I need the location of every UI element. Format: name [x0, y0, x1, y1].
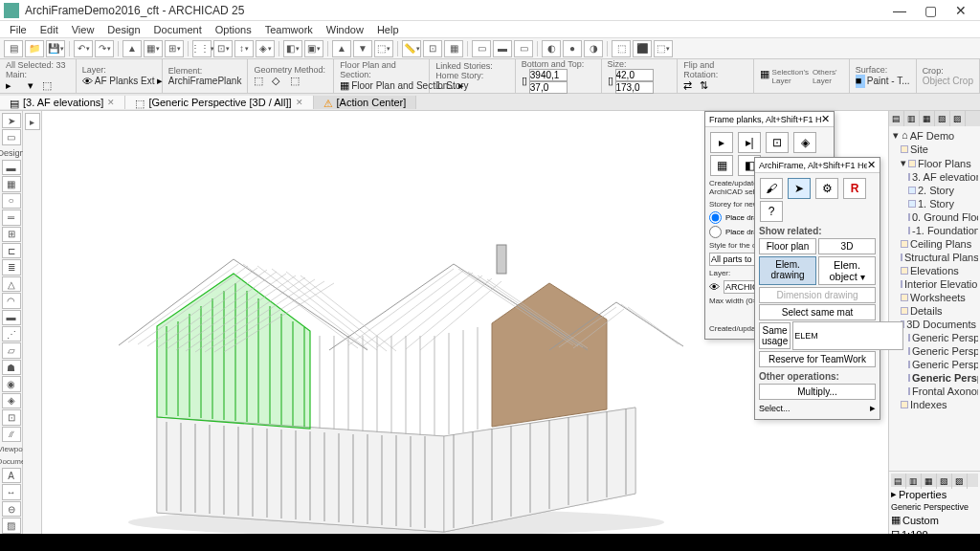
p2-3d-button[interactable]: 3D	[818, 238, 876, 254]
p1-radio-2[interactable]	[709, 226, 722, 238]
action-3[interactable]: ⬚	[374, 40, 393, 57]
surf-icon[interactable]: ■	[856, 75, 865, 88]
layer-value[interactable]: AF Planks Ext	[95, 76, 155, 86]
menu-view[interactable]: View	[66, 23, 100, 36]
tree-item[interactable]: Details	[891, 304, 978, 318]
p2-multiply-button[interactable]: Multiply...	[759, 384, 876, 400]
flip-1[interactable]: ⇄	[683, 79, 699, 93]
new-button[interactable]: ▤	[4, 40, 23, 57]
surface-value[interactable]: Paint - T...	[867, 76, 910, 86]
p2-help-icon[interactable]: ?	[760, 201, 783, 222]
minimize-button[interactable]: —	[884, 1, 915, 20]
prop-tab-5[interactable]: ▨	[952, 474, 968, 489]
tab-perspective[interactable]: ⬚[Generic Perspective [3D / All]]✕	[125, 96, 313, 109]
p2-floorplan-button[interactable]: Floor plan	[759, 238, 816, 254]
object-tool[interactable]: ☗	[2, 360, 21, 375]
arrow-tool[interactable]: ▲	[122, 40, 142, 57]
p1-btn-5[interactable]: ▦	[710, 155, 733, 176]
render-1[interactable]: ◐	[542, 40, 561, 57]
action-2[interactable]: ▼	[353, 40, 372, 57]
prop-tab-3[interactable]: ▦	[922, 474, 937, 489]
tree-item[interactable]: Structural Plans	[891, 251, 978, 264]
size-input-1[interactable]	[615, 69, 654, 81]
palette2-close-icon[interactable]: ✕	[867, 159, 876, 171]
tree-item[interactable]: 3. AF elevations	[891, 170, 978, 184]
mode-1[interactable]: ▭	[472, 40, 491, 57]
tree-root[interactable]: ▾ ⌂AF Demo	[891, 128, 978, 143]
p2-r-icon[interactable]: R	[843, 178, 866, 199]
redo-button[interactable]: ↷	[95, 40, 114, 57]
tree-item[interactable]: Generic Perspective	[891, 371, 978, 385]
door-tool[interactable]: ⊏	[2, 243, 21, 258]
prop-tab-2[interactable]: ▥	[906, 474, 922, 489]
arrow-tool[interactable]: ➤	[2, 113, 21, 128]
zone-tool[interactable]: ▱	[2, 342, 21, 358]
geo-3[interactable]: ⬚	[290, 75, 307, 88]
tree-item[interactable]: Generic Perspective	[891, 344, 978, 358]
tree-item[interactable]: Ceiling Plans	[891, 237, 978, 251]
p1-btn-4[interactable]: ◈	[793, 132, 816, 153]
opening-tool[interactable]: ⊡	[2, 409, 21, 425]
menu-document[interactable]: Document	[148, 23, 208, 36]
nav-tab-1[interactable]: ▤	[889, 111, 904, 126]
tab-action[interactable]: ⚠[Action Center]	[314, 96, 417, 109]
tree-item[interactable]: Indexes	[891, 398, 978, 411]
p2-same-usage-button[interactable]: Same usage	[759, 322, 791, 349]
p2-brush-icon[interactable]: 🖌	[760, 178, 783, 199]
mode-3[interactable]: ▭	[514, 40, 533, 57]
view-3d-3[interactable]: ⬚	[654, 40, 673, 57]
p1-btn-3[interactable]: ⊡	[766, 132, 789, 153]
eye-icon[interactable]: 👁	[709, 281, 720, 293]
render-2[interactable]: ●	[563, 40, 582, 57]
close-button[interactable]: ✕	[946, 1, 976, 20]
size-input-2[interactable]	[615, 81, 654, 94]
stair-tool[interactable]: ≣	[2, 259, 21, 275]
prop-tab-4[interactable]: ▧	[937, 474, 952, 489]
sel-2[interactable]: ▾	[28, 79, 41, 93]
p1-radio-1[interactable]	[709, 211, 722, 224]
p2-elem-object-button[interactable]: Elem. object ▾	[818, 256, 876, 285]
save-button[interactable]: 💾	[46, 40, 65, 57]
tree-item[interactable]: 2. Story	[891, 184, 978, 197]
flip-2[interactable]: ⇅	[700, 79, 715, 93]
tool-x2[interactable]: ▦	[444, 40, 463, 57]
tree-item[interactable]: Site	[891, 143, 978, 156]
menu-options[interactable]: Options	[210, 23, 257, 36]
menu-design[interactable]: Design	[101, 23, 145, 36]
wall-tool[interactable]: ▬	[2, 160, 21, 175]
home-story-value[interactable]: 1. Story	[435, 80, 509, 91]
measure-tool[interactable]: 📏	[402, 40, 421, 57]
tab-close-icon[interactable]: ✕	[296, 98, 303, 107]
morph-tool[interactable]: ◈	[2, 393, 21, 408]
p2-reserve-button[interactable]: Reserve for TeamWork	[759, 351, 876, 367]
window-tool[interactable]: ⊞	[2, 227, 21, 242]
palette-header[interactable]: Frame planks, Alt+Shift+F1 Help ✕	[705, 112, 834, 127]
menu-edit[interactable]: Edit	[34, 23, 64, 36]
p1-btn-2[interactable]: ▸|	[738, 132, 761, 153]
column-tool[interactable]: ○	[2, 193, 21, 209]
grid-tool[interactable]: ⋮⋮	[192, 40, 212, 57]
dim-tool[interactable]: ↔	[2, 484, 21, 499]
mode-2[interactable]: ▬	[493, 40, 512, 57]
undo-button[interactable]: ↶	[74, 40, 93, 57]
view-tool-1[interactable]: ◧	[283, 40, 302, 57]
menu-file[interactable]: File	[4, 23, 33, 36]
snap-tool[interactable]: ⊡	[213, 40, 233, 57]
tool-x1[interactable]: ⊡	[423, 40, 442, 57]
tab-elevations[interactable]: ▤[3. AF elevations]✕	[0, 96, 125, 109]
tool-drop-2[interactable]: ⊞	[165, 40, 184, 57]
tab-close-icon[interactable]: ✕	[107, 98, 115, 107]
tree-item[interactable]: Generic Perspective	[891, 358, 978, 371]
roof-tool[interactable]: △	[2, 276, 21, 292]
p2-elem-input[interactable]	[792, 321, 903, 350]
shell-tool[interactable]: ◠	[2, 293, 21, 308]
geo-1[interactable]: ⬚	[254, 75, 271, 88]
tree-item[interactable]: Elevations	[891, 264, 978, 277]
lamp-tool[interactable]: ◉	[2, 376, 21, 391]
maximize-button[interactable]: ▢	[915, 1, 946, 20]
marquee-tool[interactable]: ▭	[2, 129, 21, 144]
level-tool[interactable]: ⊖	[2, 501, 21, 517]
tree-item[interactable]: ▾ Floor Plans	[891, 156, 978, 170]
tree-item[interactable]: 3D Documents	[891, 318, 978, 331]
menu-window[interactable]: Window	[321, 23, 369, 36]
